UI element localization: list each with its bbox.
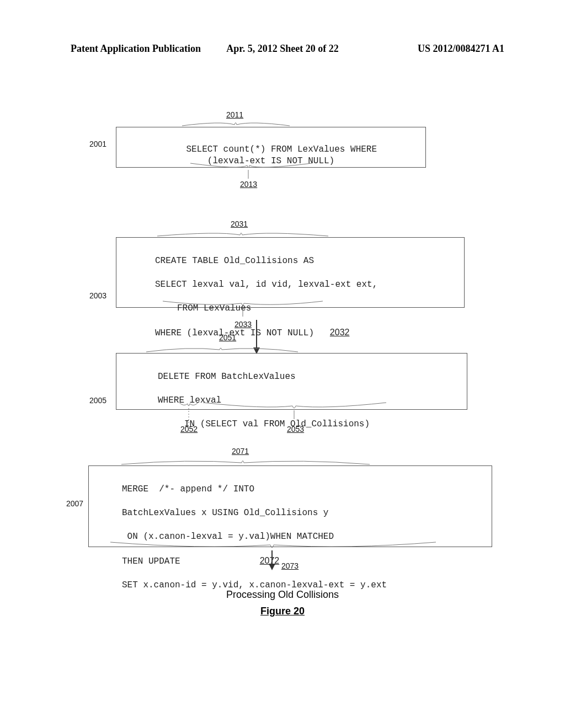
box2-line1: CREATE TABLE Old_Collisions AS	[155, 256, 314, 266]
box3-line1: DELETE FROM BatchLexValues	[158, 372, 296, 382]
code-box-2001: SELECT count(*) FROM LexValues WHERE (le…	[116, 127, 426, 168]
ref-2052: 2052	[180, 425, 198, 433]
ref-2072: 2072	[260, 556, 280, 565]
page-root: Patent Application Publication Apr. 5, 2…	[0, 0, 565, 728]
label-2001: 2001	[89, 140, 106, 148]
label-2005: 2005	[89, 396, 106, 405]
ref-2033: 2033	[234, 320, 252, 329]
header-right: US 2012/0084271 A1	[418, 43, 504, 55]
box4-line4: THEN UPDATE	[122, 556, 180, 566]
box1-code: SELECT count(*) FROM LexValues WHERE (le…	[186, 144, 377, 167]
code-box-2005: DELETE FROM BatchLexValues WHERE lexval …	[116, 353, 467, 410]
code-box-2003: CREATE TABLE Old_Collisions AS SELECT le…	[116, 237, 465, 308]
figure-caption: Processing Old Collisions	[0, 589, 565, 601]
ref-2013: 2013	[240, 180, 257, 189]
ref-2032: 2032	[330, 328, 350, 337]
label-2003: 2003	[89, 291, 106, 300]
label-2007: 2007	[66, 499, 83, 508]
box3-line2: WHERE lexval	[158, 395, 221, 405]
figure-title: Figure 20	[0, 606, 565, 617]
ref-2073: 2073	[281, 561, 299, 570]
box4-line1: MERGE /*- append */ INTO	[122, 484, 254, 494]
ref-2031: 2031	[231, 220, 248, 228]
ref-2051: 2051	[219, 333, 236, 342]
box2-line2: SELECT lexval val, id vid, lexval-ext ex…	[155, 280, 377, 290]
box4-line2: BatchLexValues x USING Old_Collisions y	[122, 508, 328, 518]
box2-line3: FROM LexValues	[155, 303, 251, 313]
code-box-2007: MERGE /*- append */ INTO BatchLexValues …	[88, 465, 492, 547]
ref-2053: 2053	[287, 425, 304, 433]
ref-2011: 2011	[226, 110, 243, 119]
ref-2071: 2071	[232, 447, 249, 456]
box4-line3: ON (x.canon-lexval = y.val)WHEN MATCHED	[122, 532, 334, 542]
page-header: Patent Application Publication Apr. 5, 2…	[0, 43, 565, 60]
